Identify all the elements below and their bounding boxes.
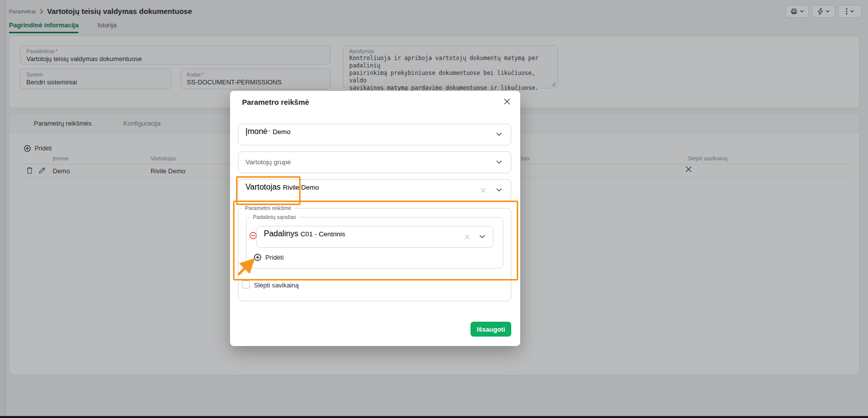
checkbox-slepti-savikaina[interactable] (242, 280, 250, 288)
plus-circle-icon (254, 254, 261, 261)
chevron-down-icon[interactable] (496, 188, 502, 192)
clear-icon[interactable] (465, 234, 470, 240)
select-vartotoju-grupe[interactable]: Vartotojų grupė (238, 151, 511, 173)
chevron-down-icon[interactable] (479, 235, 485, 238)
select-imone[interactable]: Įmonė* Demo (238, 124, 511, 145)
app-screen: Parametrai Vartotojų teisių valdymas dok… (0, 0, 868, 418)
chevron-down-icon[interactable] (496, 160, 502, 164)
parameter-value-modal: Parametro reikšmė Įmonė* Demo Vartotojų … (230, 91, 520, 346)
save-button[interactable]: Išsaugoti (471, 322, 511, 337)
field-value: Rivile Demo (283, 184, 319, 191)
clear-icon[interactable] (480, 188, 486, 193)
fieldset-legend: Parametro reikšmė (242, 205, 294, 211)
chevron-down-icon[interactable] (496, 133, 502, 136)
fieldset-legend: Padalinių sąrašas (250, 214, 299, 220)
field-value: C01 - Centrinis (301, 230, 345, 238)
field-value: Demo (273, 128, 291, 136)
checkbox-label: Slėpti savikainą (254, 281, 299, 289)
add-button-label: Pridėti (265, 254, 284, 261)
select-vartotojas[interactable]: Vartotojas Rivile Demo (238, 179, 511, 201)
close-button[interactable] (504, 98, 510, 105)
select-padalinys[interactable]: Padalinys C01 - Centrinis (256, 226, 493, 248)
add-padalinys-button[interactable]: Pridėti (254, 254, 284, 261)
field-label: Įmonė (245, 127, 267, 136)
minus-circle-icon (249, 232, 257, 239)
modal-title: Parametro reikšmė (242, 98, 309, 106)
close-icon (504, 98, 510, 105)
field-label: Padalinys (264, 229, 298, 238)
field-label: Vartotojas (245, 183, 281, 191)
required-marker: * (268, 130, 270, 135)
remove-padalinys-button[interactable] (249, 232, 257, 239)
field-placeholder: Vartotojų grupė (245, 158, 291, 166)
